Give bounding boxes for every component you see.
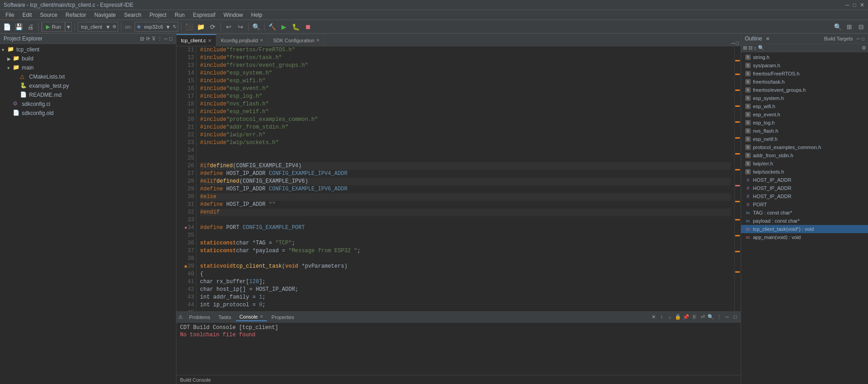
tab-tcp-client[interactable]: tcp_client.c ✕ <box>176 34 216 46</box>
outline-item-protocol-h[interactable]: h protocol_examples_common.h <box>741 143 868 151</box>
target-dropdown-arrow[interactable]: ▾ <box>105 22 111 32</box>
outline-item-port[interactable]: # PORT <box>741 200 868 209</box>
outline-item-lwip-sockets-h[interactable]: h lwip/sockets.h <box>741 168 868 176</box>
tab-properties[interactable]: Properties <box>268 314 298 321</box>
outline-item-string-h[interactable]: h string.h <box>741 53 868 61</box>
btc-up[interactable]: ↑ <box>658 314 665 320</box>
code-content[interactable]: #include "freertos/FreeRTOS.h" #include … <box>196 46 734 311</box>
menu-run[interactable]: Run <box>171 11 188 19</box>
toolbar-btn-3[interactable]: ⟳ <box>208 22 218 32</box>
maximize-button[interactable]: □ <box>853 2 856 8</box>
menu-project[interactable]: Project <box>146 11 170 19</box>
menu-source[interactable]: Source <box>36 11 61 19</box>
menu-espressif[interactable]: Espressif <box>189 11 219 19</box>
btc-down[interactable]: ↓ <box>666 314 673 320</box>
outline-item-host-ip-1[interactable]: # HOST_IP_ADDR <box>741 176 868 184</box>
outline-item-lwip-err-h[interactable]: h lwip/err.h <box>741 160 868 168</box>
btc-lock[interactable]: 🔒 <box>674 314 682 320</box>
menu-edit[interactable]: Edit <box>19 11 35 19</box>
menu-search[interactable]: Search <box>120 11 145 19</box>
tab-console[interactable]: Console ✕ <box>236 313 267 321</box>
outline-item-esp-log-h[interactable]: h esp_log.h <box>741 119 868 127</box>
minimize-button[interactable]: ─ <box>845 2 849 8</box>
tab-close-sdk-config[interactable]: ✕ <box>316 38 320 43</box>
btc-menu[interactable]: ⋮ <box>715 314 722 320</box>
ot-1[interactable]: ⊞ <box>743 45 747 51</box>
tree-item-main[interactable]: ▾ 📁 main <box>0 63 176 72</box>
outline-item-tcp-client-task[interactable]: sc tcp_client_task(void*) : void <box>741 225 868 233</box>
outline-item-esp-wifi-h[interactable]: h esp_wifi.h <box>741 102 868 110</box>
outline-item-esp-system-h[interactable]: h esp_system.h <box>741 94 868 102</box>
toolbar-btn-2[interactable]: 📁 <box>196 22 206 32</box>
outline-close[interactable]: ✕ <box>766 36 770 42</box>
editor-ctrl-1[interactable]: ─ <box>732 40 735 46</box>
menu-window[interactable]: Window <box>220 11 247 19</box>
tree-item-readme[interactable]: ▶ 📄 README.md <box>0 90 176 100</box>
outline-item-task-h[interactable]: h freertos/task.h <box>741 78 868 86</box>
tab-tasks[interactable]: Tasks <box>215 314 235 321</box>
toolbar-btn-4[interactable]: ↩ <box>224 22 234 32</box>
device-dropdown-arrow[interactable]: ▾ <box>165 22 171 32</box>
toolbar-build[interactable]: 🔨 <box>267 22 277 32</box>
outline-item-host-ip-3[interactable]: # HOST_IP_ADDR <box>741 192 868 200</box>
toolbar-maximize[interactable]: ⊞ <box>844 22 854 32</box>
btc-clear[interactable]: ✕ <box>650 314 657 320</box>
outline-item-nvs-flash-h[interactable]: h nvs_flash.h <box>741 127 868 135</box>
outline-ctrl-2[interactable]: □ <box>862 36 864 41</box>
toolbar-stop[interactable]: ⏹ <box>303 22 313 32</box>
run-button[interactable]: ▶ Run <box>42 22 65 32</box>
tree-item-sdkconfig-ci[interactable]: ▶ ⚙ sdkconfig.ci <box>0 100 176 109</box>
pe-menu[interactable]: ⋮ <box>157 36 162 42</box>
tab-sdk-config[interactable]: SDK Configuration ✕ <box>268 34 325 46</box>
btc-pin[interactable]: 📌 <box>682 314 690 320</box>
search-global[interactable]: 🔍 <box>251 22 261 32</box>
outline-ctrl-1[interactable]: ─ <box>857 36 860 41</box>
toolbar-search-right[interactable]: 🔍 <box>833 22 843 32</box>
target-settings[interactable]: ⚙ <box>111 22 118 32</box>
ot-4[interactable]: 🔍 <box>758 45 764 51</box>
outline-item-freertos-h[interactable]: h freertos/FreeRTOS.h <box>741 70 868 78</box>
tree-item-cmake[interactable]: ▶ △ CMakeLists.txt <box>0 72 176 81</box>
toolbar-btn-1[interactable]: ⬛ <box>184 22 194 32</box>
pe-minimize[interactable]: ─ <box>164 36 168 42</box>
tree-item-build[interactable]: ▶ 📁 build <box>0 54 176 63</box>
outline-item-esp-netif-h[interactable]: h esp_netif.h <box>741 135 868 143</box>
outline-item-app-main[interactable]: sc app_main(void) : void <box>741 233 868 241</box>
btc-min[interactable]: ─ <box>723 314 731 320</box>
run-dropdown-arrow[interactable]: ▾ <box>65 22 71 32</box>
btc-wrap[interactable]: ⏎ <box>699 314 706 320</box>
tab-console-close[interactable]: ✕ <box>260 314 263 319</box>
btc-max[interactable]: □ <box>732 314 739 320</box>
toolbar-minimize[interactable]: ⊟ <box>856 22 866 32</box>
tree-item-py[interactable]: ▶ 🐍 example_test.py <box>0 81 176 90</box>
menu-refactor[interactable]: Refactor <box>62 11 90 19</box>
outline-item-sys-param-h[interactable]: h sys/param.h <box>741 61 868 70</box>
editor-scrollbar[interactable] <box>734 46 741 311</box>
new-button[interactable]: 📄 <box>2 22 12 32</box>
menu-navigate[interactable]: Navigate <box>90 11 119 19</box>
outline-item-host-ip-2[interactable]: # HOST_IP_ADDR <box>741 184 868 192</box>
print-button[interactable]: 🖨 <box>25 22 35 32</box>
pe-filter[interactable]: ⊽ <box>152 36 156 42</box>
build-targets-label[interactable]: Build Targets <box>822 36 854 41</box>
toolbar-debug[interactable]: 🐛 <box>291 22 301 32</box>
tab-close-kconfig[interactable]: ✕ <box>260 38 263 43</box>
ot-2[interactable]: ⊟ <box>748 45 753 51</box>
save-button[interactable]: 💾 <box>14 22 24 32</box>
tab-close-tcp-client[interactable]: ✕ <box>208 38 211 43</box>
tree-item-sdkconfig-old[interactable]: ▶ 📄 sdkconfig.old <box>0 109 176 118</box>
tab-problems[interactable]: Problems <box>186 314 214 321</box>
close-button[interactable]: ✕ <box>860 2 864 8</box>
outline-item-event-groups-h[interactable]: h freertos/event_groups.h <box>741 86 868 94</box>
btc-copy[interactable]: ⎘ <box>691 314 698 320</box>
btc-search[interactable]: 🔍 <box>707 314 714 320</box>
menu-help[interactable]: Help <box>247 11 266 19</box>
pe-sync[interactable]: ⟳ <box>146 36 150 42</box>
outline-item-addr-h[interactable]: h addr_from_stdin.h <box>741 151 868 160</box>
editor-ctrl-2[interactable]: □ <box>736 40 739 46</box>
toolbar-run2[interactable]: ▶ <box>279 22 289 32</box>
tab-kconfig[interactable]: Kconfig.projbuild ✕ <box>216 34 268 46</box>
pe-collapse[interactable]: ⊟ <box>140 36 144 42</box>
pe-maximize[interactable]: □ <box>169 36 172 42</box>
ot-3[interactable]: ↕ <box>754 45 757 51</box>
